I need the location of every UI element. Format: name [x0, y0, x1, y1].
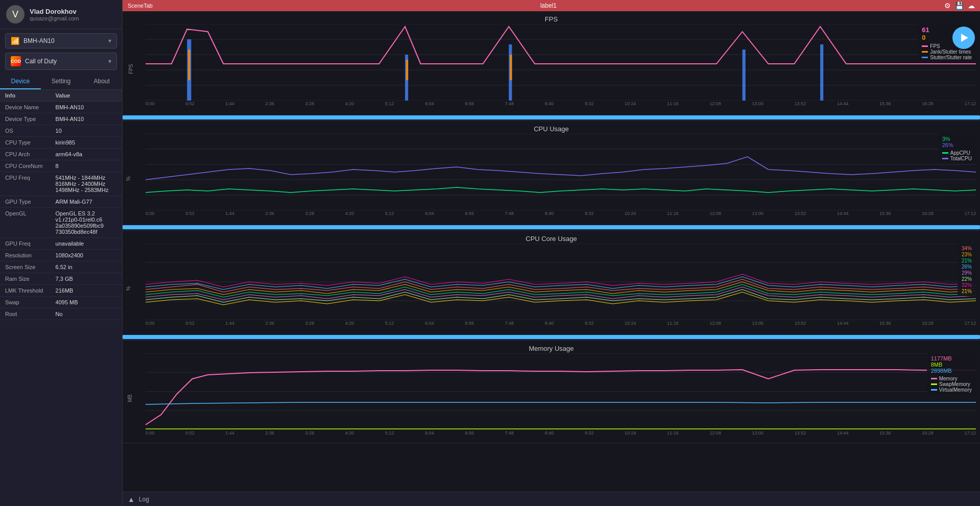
core-val-7: 21% [962, 288, 972, 294]
info-table-header: Info Value [0, 90, 122, 102]
x-tick-label: 0:00 [146, 101, 155, 106]
x-tick-label: 5:12 [385, 211, 394, 216]
x-tick-label: 8:40 [545, 211, 554, 216]
x-tick-label: 13:00 [752, 321, 764, 326]
core-val-3: 26% [962, 264, 972, 270]
x-tick-label: 13:00 [752, 101, 764, 106]
table-row: RootNo [0, 308, 122, 320]
table-row: Resolution1080x2400 [0, 250, 122, 261]
row-val: 10 [56, 128, 117, 134]
cpu-core-legend: 34% 23% 21% 26% 29% 22% 32% 21% [958, 244, 976, 296]
x-tick-label: 6:56 [465, 321, 474, 326]
chevron-down-icon: ▾ [108, 37, 111, 44]
cpu-core-chart-section: CPU Core Usage % [123, 231, 980, 341]
x-tick-label: 16:28 [922, 430, 934, 436]
row-val: No [56, 311, 117, 317]
scene-tab-label: SceneTab [128, 3, 153, 9]
x-tick-label: 0:00 [146, 430, 155, 436]
user-header: V Vlad Dorokhov qusaze@gmail.com [0, 0, 122, 29]
x-tick-label: 3:28 [305, 101, 315, 106]
user-name: Vlad Dorokhov [30, 8, 79, 15]
tab-device[interactable]: Device [0, 74, 41, 89]
vmem-val: 2898MB [931, 368, 972, 374]
x-tick-label: 6:56 [465, 211, 474, 216]
x-tick-label: 0:52 [185, 211, 195, 216]
x-tick-label: 14:44 [837, 101, 849, 106]
x-tick-label: 12:08 [709, 321, 721, 326]
x-tick-label: 2:36 [266, 430, 275, 436]
x-tick-label: 2:36 [266, 321, 275, 326]
x-tick-label: 10:24 [625, 211, 636, 216]
x-tick-label: 10:24 [625, 321, 636, 326]
x-tick-label: 12:08 [709, 430, 721, 436]
core-val-2: 21% [962, 258, 972, 263]
core-val-5: 22% [962, 276, 972, 282]
row-key: Swap [5, 299, 56, 305]
x-tick-label: 3:28 [305, 321, 315, 326]
cloud-icon[interactable]: ☁ [968, 2, 975, 10]
tab-setting[interactable]: Setting [41, 74, 82, 89]
settings-icon[interactable]: ⚙ [944, 2, 951, 10]
x-tick-label: 5:12 [385, 430, 394, 436]
cpu-usage-container: % 3% 26% [146, 134, 976, 223]
cpu-core-scrollbar[interactable] [123, 334, 980, 340]
mem-val: 1177MB [931, 355, 972, 362]
x-tick-label: 4:20 [345, 101, 354, 106]
charts-area: FPS FPS [123, 11, 980, 492]
cpu-scrollbar[interactable] [123, 224, 980, 230]
x-tick-label: 0:00 [146, 211, 155, 216]
tab-about[interactable]: About [81, 74, 122, 89]
core-val-0: 34% [962, 246, 972, 251]
table-row: CPU Freq541MHz - 1844MHz 816MHz - 2400MH… [0, 172, 122, 196]
row-key: Resolution [5, 252, 56, 258]
fps-y-label: FPS [128, 64, 134, 74]
x-tick-label: 6:04 [425, 211, 434, 216]
x-tick-label: 13:00 [752, 430, 764, 436]
table-row: LMK Threshold216MB [0, 285, 122, 297]
cpu-y-label: % [126, 176, 131, 181]
x-tick-label: 3:28 [305, 211, 315, 216]
row-val: arm64-v8a [56, 151, 117, 157]
x-tick-label: 3:28 [305, 430, 315, 436]
x-tick-label: 16:28 [922, 211, 934, 216]
row-key: Device Type [5, 116, 56, 122]
swap-val: 8MB [931, 362, 972, 368]
x-tick-label: 9:32 [585, 321, 594, 326]
table-row: Screen Size6.52 in [0, 261, 122, 273]
x-tick-label: 8:40 [545, 321, 554, 326]
app-icon: COD [11, 56, 21, 66]
user-info: Vlad Dorokhov qusaze@gmail.com [30, 8, 79, 21]
cpu-core-title: CPU Core Usage [123, 233, 980, 244]
play-button[interactable] [952, 27, 975, 49]
row-val: OpenGL ES 3.2 v1.r21p0-01rel0.c6 2a03589… [56, 210, 117, 235]
tabs: Device Setting About [0, 74, 122, 90]
x-tick-label: 6:56 [465, 101, 474, 106]
row-key: CPU Freq [5, 175, 56, 193]
x-tick-label: 1:44 [225, 101, 234, 106]
mem-legend-virt: VirtualMemory [931, 387, 972, 393]
svg-rect-12 [406, 60, 408, 80]
row-val: kirin985 [56, 139, 117, 146]
cpu-total-val: 26% [942, 142, 972, 148]
row-key: Root [5, 311, 56, 317]
x-tick-label: 2:36 [266, 101, 275, 106]
x-tick-label: 1:44 [225, 430, 234, 436]
cpu-app-val: 3% [942, 136, 972, 142]
row-key: CPU Arch [5, 151, 56, 157]
row-val: 7,3 GB [56, 276, 117, 282]
table-row: Swap4095 MB [0, 297, 122, 308]
svg-rect-9 [743, 50, 746, 101]
memory-y-label: MB [127, 394, 133, 402]
save-icon[interactable]: 💾 [955, 2, 964, 10]
x-tick-label: 10:24 [625, 101, 636, 106]
fps-scrollbar[interactable] [123, 114, 980, 121]
app-selector[interactable]: COD Call of Duty ▾ [5, 53, 117, 70]
x-tick-label: 1:44 [225, 321, 234, 326]
log-toggle[interactable]: ▲ [128, 495, 135, 503]
main-panel: SceneTab label1 ⚙ 💾 ☁ FPS FPS [123, 0, 980, 506]
svg-rect-11 [188, 50, 190, 80]
memory-legend: 1177MB 8MB 2898MB Memory SwapMemory Virt… [927, 353, 976, 395]
core-val-1: 23% [962, 252, 972, 257]
device-selector[interactable]: 📶 BMH-AN10 ▾ [5, 33, 117, 49]
svg-rect-13 [510, 55, 512, 80]
